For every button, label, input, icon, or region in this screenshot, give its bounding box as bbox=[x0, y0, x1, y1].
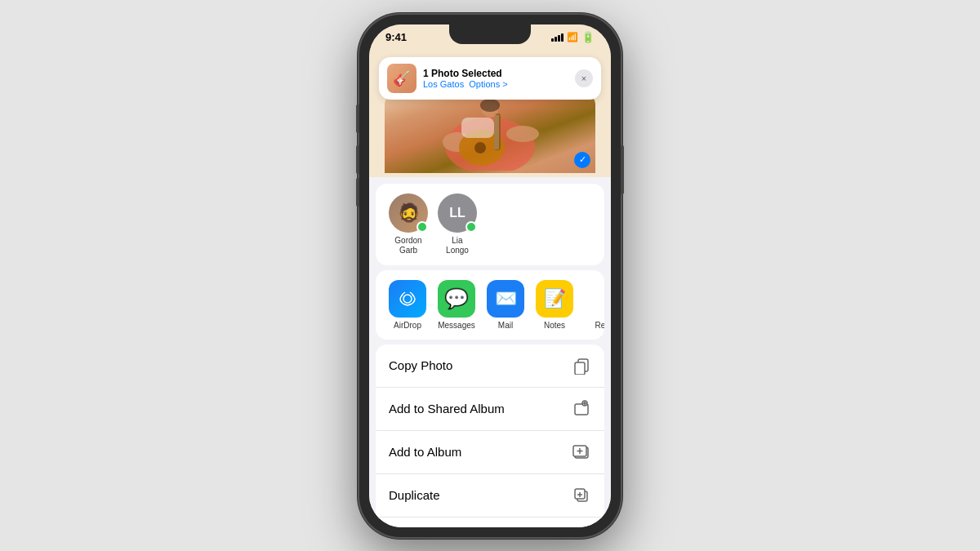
app-name-more: Re... bbox=[595, 321, 604, 330]
action-add-shared-album[interactable]: Add to Shared Album bbox=[376, 388, 604, 431]
action-add-shared-album-label: Add to Shared Album bbox=[389, 402, 505, 415]
share-thumbnail: 🎸 bbox=[387, 64, 416, 93]
svg-point-12 bbox=[480, 99, 500, 112]
more-icon bbox=[585, 280, 604, 318]
duplicate-icon bbox=[572, 486, 591, 505]
messages-icon: 💬 bbox=[438, 280, 475, 318]
photo-strip: ✓ bbox=[369, 96, 611, 177]
share-subtitle: Los Gatos Options > bbox=[423, 79, 575, 89]
action-copy-photo-label: Copy Photo bbox=[389, 358, 452, 372]
guitar-svg bbox=[416, 97, 564, 171]
action-list: Copy Photo Add to Shared Album bbox=[376, 344, 604, 527]
app-mail[interactable]: ✉️ Mail bbox=[487, 280, 524, 330]
app-name-notes: Notes bbox=[544, 321, 565, 330]
notch bbox=[449, 24, 531, 44]
action-duplicate[interactable]: Duplicate bbox=[376, 474, 604, 518]
contact-lia[interactable]: LL LiaLongo bbox=[438, 193, 477, 256]
action-add-album[interactable]: Add to Album bbox=[376, 431, 604, 474]
photo-image bbox=[385, 96, 595, 173]
share-header-info: 1 Photo Selected Los Gatos Options > bbox=[423, 68, 575, 89]
status-time: 9:41 bbox=[385, 31, 407, 43]
contact-badge-lia bbox=[466, 221, 477, 233]
photo-area: 🎸 1 Photo Selected Los Gatos Options > × bbox=[369, 51, 611, 177]
apps-row: AirDrop 💬 Messages ✉️ Mail 📝 bbox=[376, 270, 604, 340]
avatar-lia: LL bbox=[438, 193, 477, 233]
action-add-album-label: Add to Album bbox=[389, 445, 461, 459]
close-button[interactable]: × bbox=[575, 69, 593, 87]
share-location: Los Gatos bbox=[423, 79, 464, 89]
action-hide[interactable]: Hide bbox=[376, 518, 604, 527]
battery-icon: 🔋 bbox=[581, 31, 595, 43]
app-name-airdrop: AirDrop bbox=[394, 321, 421, 330]
contact-name-lia: LiaLongo bbox=[446, 236, 469, 256]
mail-icon: ✉️ bbox=[487, 280, 524, 318]
svg-point-9 bbox=[474, 142, 486, 153]
svg-point-13 bbox=[403, 295, 412, 303]
contact-gordon[interactable]: 🧔 GordonGarb bbox=[389, 193, 428, 256]
airdrop-icon bbox=[389, 280, 426, 318]
share-sheet: 🧔 GordonGarb LL LiaLongo bbox=[369, 177, 611, 527]
app-name-messages: Messages bbox=[438, 321, 475, 330]
action-duplicate-label: Duplicate bbox=[389, 488, 440, 502]
share-title: 1 Photo Selected bbox=[423, 68, 575, 79]
photo-selected-check: ✓ bbox=[574, 152, 590, 168]
status-icons: 📶 🔋 bbox=[551, 31, 595, 43]
app-name-mail: Mail bbox=[498, 321, 513, 330]
contact-name-gordon: GordonGarb bbox=[394, 236, 421, 256]
airdrop-svg bbox=[397, 288, 418, 309]
phone-container: 9:41 📶 🔋 🎸 1 Photo Selected bbox=[359, 15, 621, 537]
wifi-icon: 📶 bbox=[567, 32, 578, 42]
share-header: 🎸 1 Photo Selected Los Gatos Options > × bbox=[379, 57, 601, 100]
notes-icon: 📝 bbox=[536, 280, 573, 318]
app-more[interactable]: Re... bbox=[585, 280, 604, 330]
avatar-gordon: 🧔 bbox=[389, 193, 428, 233]
app-airdrop[interactable]: AirDrop bbox=[389, 280, 426, 330]
action-copy-photo[interactable]: Copy Photo bbox=[376, 344, 604, 388]
contact-badge-gordon bbox=[416, 221, 428, 233]
copy-photo-icon bbox=[572, 356, 591, 375]
svg-rect-10 bbox=[461, 118, 494, 138]
photo-thumbnail[interactable]: ✓ bbox=[385, 96, 595, 173]
share-options-link[interactable]: Options > bbox=[469, 79, 507, 89]
avatar-lia-initials: LL bbox=[449, 206, 466, 220]
shared-album-icon bbox=[572, 399, 591, 419]
album-icon bbox=[572, 442, 591, 462]
app-messages[interactable]: 💬 Messages bbox=[438, 280, 475, 330]
svg-rect-15 bbox=[575, 362, 585, 375]
signal-icon bbox=[551, 33, 564, 42]
phone-screen: 9:41 📶 🔋 🎸 1 Photo Selected bbox=[369, 24, 611, 527]
contacts-row: 🧔 GordonGarb LL LiaLongo bbox=[376, 184, 604, 265]
svg-point-3 bbox=[506, 126, 539, 142]
app-notes[interactable]: 📝 Notes bbox=[536, 280, 573, 330]
